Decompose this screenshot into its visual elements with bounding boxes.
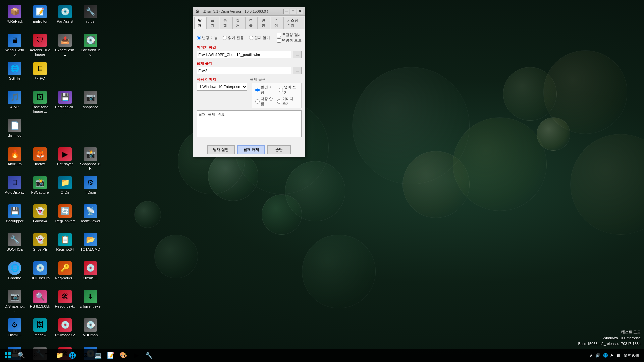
taskbar-cortana[interactable]: ⊙ [28,349,40,361]
icon-emeditor[interactable]: 📝 EmEditor [29,3,51,25]
icon-imagew[interactable]: 🖼 imagew [29,317,51,339]
radio-changeable-input[interactable] [197,36,201,40]
icon-snapshot[interactable]: 📷 snapshot [79,89,102,111]
icon-ghost64[interactable]: 👻 Ghost64 [29,203,51,225]
radio-overwrite-input[interactable] [279,88,283,92]
taskbar-chrome[interactable]: 🌐 [66,349,78,361]
icon-chrome[interactable]: 🌐 Chrome [3,260,26,282]
icon-aimp[interactable]: 🎵 AIMP [3,89,26,111]
checkbox-cmdmode[interactable]: 명령창 모드 [277,38,302,43]
icon-faststone[interactable]: 🖼 FastStone Image ... [29,89,51,115]
icon-teamviewer[interactable]: 📡 TeamViewer [79,203,102,225]
mount-folder-input[interactable] [197,67,291,74]
icon-autodisplay[interactable]: 🖥 AutoDisplay [3,174,26,196]
icon-potplayer[interactable]: ▶ PotPlayer [54,146,76,168]
radio-discard[interactable]: 저장 안함 [255,96,273,106]
icon-bootice[interactable]: 🔧 BOOTlCE [3,231,26,253]
radio-add-image-input[interactable] [277,99,281,104]
icon-snapshotbr[interactable]: 📸 Snapshot_BR [79,146,102,172]
icon-vhdman[interactable]: 💽 VHDman [79,317,102,339]
icon-anyburn[interactable]: 🔥 AnyBurn [3,146,26,168]
radio-save-changes[interactable]: 변경 저장 [255,85,275,95]
tab-general[interactable]: 통합 [220,17,232,29]
icon-ghostpe[interactable]: 👻 GhostPE [29,231,51,253]
taskbar-explorer[interactable]: 📁 [54,349,66,361]
icon-regshot64[interactable]: 📋 Regshot64 [54,231,76,253]
taskbar-extra1[interactable]: 🔧 [143,349,155,361]
taskbar-search[interactable]: 🔍 [15,349,28,361]
icon-hs[interactable]: 🔍 HS 8.13.05k [29,288,51,310]
icon-hdtunepro[interactable]: 💿 HDTunePro [29,260,51,282]
restore-button[interactable]: □ [290,9,296,14]
taskbar-paint[interactable]: 🎨 [117,349,129,361]
radio-discard-input[interactable] [255,99,260,104]
start-button[interactable] [2,349,14,361]
taskbar-cmd[interactable]: 💻 [92,349,104,361]
taskbar-settings[interactable]: ⚙ [79,349,91,361]
radio-save-changes-input[interactable] [255,88,260,92]
checkbox-integrity[interactable]: 무결성 검사 [277,32,302,37]
systray-expand[interactable]: ∧ [590,353,593,358]
systray-monitor[interactable]: 🖥 [616,353,620,358]
tab-add[interactable]: 추출 [245,17,258,29]
icon-utorrent[interactable]: ⬇ uTorrent.exe [79,288,102,310]
apply-image-select[interactable]: 1.Windows 10 Enterprise [197,83,247,90]
icon-dismpp[interactable]: ⚙ Dism++ [3,317,26,339]
icon-mypc[interactable]: 🖥 내 PC [29,60,51,82]
icon-regworks[interactable]: 🔑 RegWorks... [54,260,76,282]
icon-firefox[interactable]: 🦊 firefox [29,146,51,168]
icon-backupper[interactable]: 💾 Backupper [3,203,26,225]
taskbar-clock[interactable]: 오후 9:48 [624,353,642,358]
icon-partitionkuru[interactable]: 💽 PartitionKuru [79,32,102,58]
icon-dismlog[interactable]: 📄 dism.log [3,117,26,139]
icon-ultraiso[interactable]: 💿 UltraISO [79,260,102,282]
tab-repair[interactable]: 시스템 수리 [283,17,304,29]
systray-ime[interactable]: A [611,353,613,358]
icon-acronis[interactable]: 🛡 Acronis True Image [29,32,51,58]
icon-rsimagex2[interactable]: 💿 RSImageX2... [54,317,76,343]
icon-resourceh[interactable]: 🛠 ResourceH... [54,288,76,315]
systray-volume[interactable]: 🔊 [595,353,600,358]
minimize-button[interactable]: — [283,9,289,14]
checkbox-cmdmode-input[interactable] [277,38,281,43]
radio-open-input[interactable] [249,36,253,40]
radio-open[interactable]: 탑재 열기 [249,35,270,40]
taskbar-notepad[interactable]: 📝 [105,349,117,361]
radio-readonly-input[interactable] [223,36,227,40]
tab-update[interactable]: 수정 [271,17,283,29]
tab-mount[interactable]: 탑재 [194,17,207,29]
checkbox-integrity-input[interactable] [277,33,281,37]
tab-convert[interactable]: 변환 [258,17,270,29]
mount-release-button[interactable]: 탑재 해제 [237,145,265,154]
radio-readonly[interactable]: 읽기 전용 [223,35,244,40]
stop-button[interactable]: 중단 [267,145,291,154]
radio-add-image[interactable]: 이미지 추가 [277,96,298,106]
icon-fscapture[interactable]: 📸 FSCapture [29,174,51,196]
mount-folder-browse[interactable]: ... [293,67,302,74]
image-file-input[interactable] [197,51,291,58]
tab-info[interactable]: 풀기 [207,17,219,29]
image-file-browse[interactable]: ... [293,51,302,58]
close-button[interactable]: ✕ [297,9,303,14]
mount-execute-button[interactable]: 탑재 실행 [207,145,234,154]
icon-regconvert[interactable]: 🔄 RegConvert [54,203,76,225]
desktop-icons: 📦 78RePack 📝 EmEditor 💿 PartAssist 🔧 ruf… [0,0,181,362]
log-area[interactable] [197,110,302,137]
radio-changeable[interactable]: 변경 가능 [197,35,218,40]
icon-tdism[interactable]: ⚙ T.Dism [79,174,102,196]
systray-network[interactable]: 🌐 [603,353,608,358]
icon-winntsetup[interactable]: 🖥 WinNTSetup [3,32,26,58]
icon-partitionwi[interactable]: 💾 PartitionWi... [54,89,76,115]
radio-overwrite[interactable]: 덮어 쓰기 [279,85,298,95]
icon-rufus[interactable]: 🔧 rufus [79,3,102,25]
icon-qdir[interactable]: 📁 Q-Dir [54,174,76,196]
icon-exportpos[interactable]: 📤 ExportPosit... [54,32,76,58]
icon-sgi[interactable]: 🌐 SGI_kr [3,60,26,82]
icon-dsnapshot[interactable]: 📷 D.Snapsho... [3,288,26,315]
icon-78repack[interactable]: 📦 78RePack [3,3,26,25]
icon-partassist[interactable]: 💿 PartAssist [54,3,76,25]
taskbar-media[interactable]: ▶ [130,349,142,361]
taskbar-taskview[interactable]: ☰ [41,349,53,361]
icon-totalcmd[interactable]: 📂 TOTALCMD [79,231,102,253]
tab-capture[interactable]: 캡처 [232,17,245,29]
